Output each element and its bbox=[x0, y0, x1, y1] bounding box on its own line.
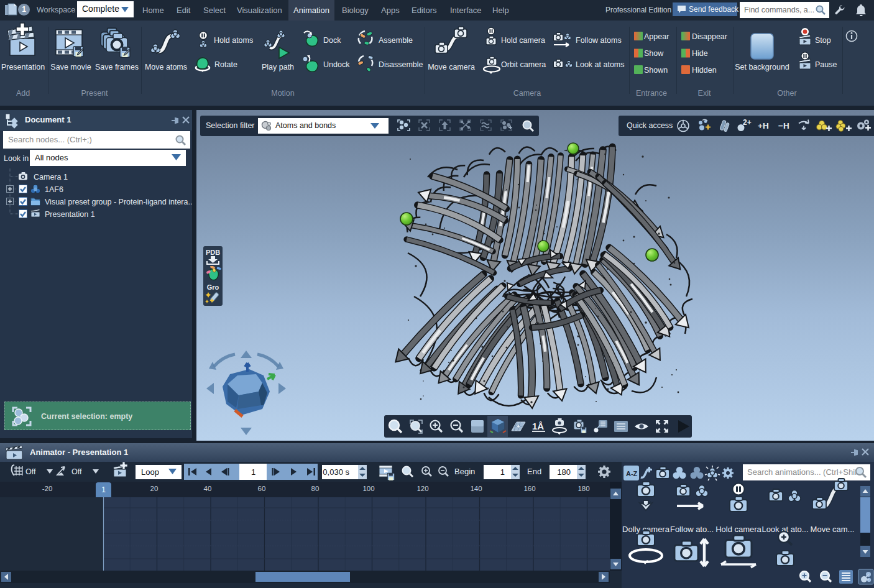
svg-text:Loop: Loop bbox=[141, 467, 159, 477]
svg-text:A-Z: A-Z bbox=[626, 470, 638, 477]
svg-text:0,030 s: 0,030 s bbox=[323, 467, 349, 477]
svg-text:Search animations... (Ctrl+Shi: Search animations... (Ctrl+Shif... bbox=[747, 467, 864, 477]
svg-text:Off: Off bbox=[71, 467, 82, 476]
svg-text:2+: 2+ bbox=[743, 118, 752, 127]
svg-text:1AF6: 1AF6 bbox=[45, 185, 63, 194]
svg-text:Camera 1: Camera 1 bbox=[34, 173, 68, 181]
svg-text:−H: −H bbox=[778, 121, 789, 131]
svg-text:Presentation 1: Presentation 1 bbox=[45, 210, 95, 219]
svg-text:1Å: 1Å bbox=[532, 421, 544, 431]
svg-text:Off: Off bbox=[25, 467, 36, 476]
svg-text:Hold camera: Hold camera bbox=[715, 525, 761, 534]
svg-text:Visual preset group - Protein-: Visual preset group - Protein-ligand int… bbox=[45, 198, 192, 206]
svg-text:Begin: Begin bbox=[454, 467, 475, 476]
svg-text:Move cam...: Move cam... bbox=[811, 525, 855, 534]
svg-text:1: 1 bbox=[251, 467, 255, 477]
svg-text:Follow ato...: Follow ato... bbox=[670, 525, 714, 534]
svg-text:End: End bbox=[527, 467, 541, 476]
svg-text:+H: +H bbox=[758, 121, 769, 131]
svg-text:180: 180 bbox=[557, 467, 571, 477]
svg-text:1: 1 bbox=[500, 467, 505, 477]
